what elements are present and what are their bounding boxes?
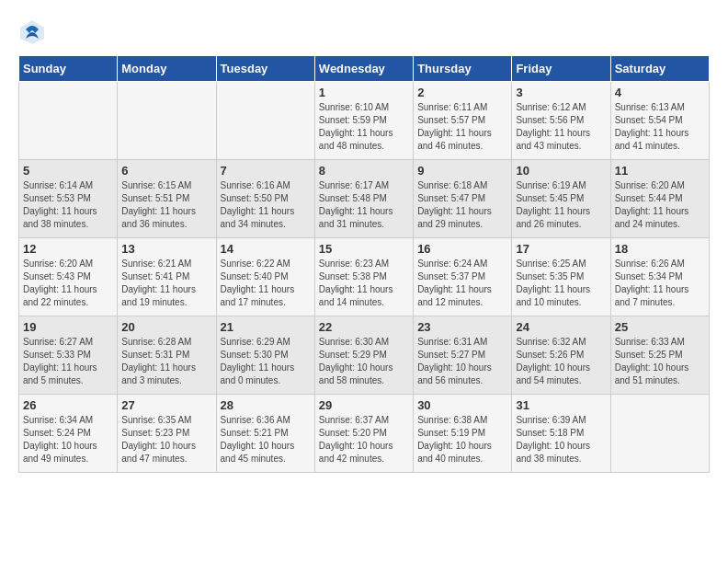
day-header-monday: Monday <box>118 56 216 82</box>
day-info: Sunrise: 6:38 AM Sunset: 5:19 PM Dayligh… <box>417 414 507 465</box>
calendar-table: SundayMondayTuesdayWednesdayThursdayFrid… <box>18 55 710 473</box>
day-info: Sunrise: 6:27 AM Sunset: 5:33 PM Dayligh… <box>23 336 113 387</box>
day-info: Sunrise: 6:36 AM Sunset: 5:21 PM Dayligh… <box>221 414 311 465</box>
day-info: Sunrise: 6:15 AM Sunset: 5:51 PM Dayligh… <box>121 179 211 231</box>
calendar-cell: 9Sunrise: 6:18 AM Sunset: 5:47 PM Daylig… <box>414 160 512 238</box>
calendar-cell: 20Sunrise: 6:28 AM Sunset: 5:31 PM Dayli… <box>118 316 216 395</box>
calendar-cell <box>610 395 709 473</box>
day-number: 17 <box>516 242 606 256</box>
calendar-cell: 7Sunrise: 6:16 AM Sunset: 5:50 PM Daylig… <box>216 160 314 238</box>
calendar-cell: 8Sunrise: 6:17 AM Sunset: 5:48 PM Daylig… <box>314 160 413 238</box>
day-number: 21 <box>221 320 311 334</box>
calendar-cell: 24Sunrise: 6:32 AM Sunset: 5:26 PM Dayli… <box>512 316 610 395</box>
day-info: Sunrise: 6:20 AM Sunset: 5:44 PM Dayligh… <box>615 179 705 231</box>
day-info: Sunrise: 6:14 AM Sunset: 5:53 PM Dayligh… <box>23 179 113 231</box>
calendar-cell: 22Sunrise: 6:30 AM Sunset: 5:29 PM Dayli… <box>314 316 413 395</box>
day-info: Sunrise: 6:25 AM Sunset: 5:35 PM Dayligh… <box>516 258 606 309</box>
calendar-cell: 14Sunrise: 6:22 AM Sunset: 5:40 PM Dayli… <box>216 238 314 316</box>
day-number: 30 <box>417 398 507 412</box>
day-info: Sunrise: 6:39 AM Sunset: 5:18 PM Dayligh… <box>516 414 606 465</box>
day-number: 5 <box>23 164 113 178</box>
day-header-saturday: Saturday <box>610 56 709 82</box>
day-info: Sunrise: 6:30 AM Sunset: 5:29 PM Dayligh… <box>319 336 409 387</box>
day-info: Sunrise: 6:33 AM Sunset: 5:25 PM Dayligh… <box>615 336 705 387</box>
day-info: Sunrise: 6:18 AM Sunset: 5:47 PM Dayligh… <box>417 179 507 231</box>
day-info: Sunrise: 6:29 AM Sunset: 5:30 PM Dayligh… <box>221 336 311 387</box>
calendar-header: SundayMondayTuesdayWednesdayThursdayFrid… <box>19 56 710 82</box>
day-number: 4 <box>615 86 705 99</box>
day-info: Sunrise: 6:21 AM Sunset: 5:41 PM Dayligh… <box>121 258 211 309</box>
day-info: Sunrise: 6:22 AM Sunset: 5:40 PM Dayligh… <box>221 258 311 309</box>
calendar-cell: 2Sunrise: 6:11 AM Sunset: 5:57 PM Daylig… <box>414 82 512 160</box>
calendar-cell: 15Sunrise: 6:23 AM Sunset: 5:38 PM Dayli… <box>314 238 413 316</box>
week-row-4: 19Sunrise: 6:27 AM Sunset: 5:33 PM Dayli… <box>19 316 710 395</box>
day-number: 23 <box>417 320 507 334</box>
day-number: 29 <box>319 398 409 412</box>
calendar-body: 1Sunrise: 6:10 AM Sunset: 5:59 PM Daylig… <box>19 82 710 473</box>
day-number: 3 <box>516 86 606 99</box>
day-info: Sunrise: 6:26 AM Sunset: 5:34 PM Dayligh… <box>615 258 705 309</box>
day-number: 27 <box>121 398 211 412</box>
day-number: 9 <box>417 164 507 178</box>
day-header-wednesday: Wednesday <box>314 56 413 82</box>
calendar-cell: 5Sunrise: 6:14 AM Sunset: 5:53 PM Daylig… <box>19 160 118 238</box>
day-info: Sunrise: 6:24 AM Sunset: 5:37 PM Dayligh… <box>417 258 507 309</box>
day-number: 13 <box>121 242 211 256</box>
day-info: Sunrise: 6:32 AM Sunset: 5:26 PM Dayligh… <box>516 336 606 387</box>
calendar-cell: 27Sunrise: 6:35 AM Sunset: 5:23 PM Dayli… <box>118 395 216 473</box>
calendar-cell: 6Sunrise: 6:15 AM Sunset: 5:51 PM Daylig… <box>118 160 216 238</box>
day-number: 6 <box>121 164 211 178</box>
calendar-cell: 26Sunrise: 6:34 AM Sunset: 5:24 PM Dayli… <box>19 395 118 473</box>
day-number: 25 <box>615 320 705 334</box>
day-number: 14 <box>221 242 311 256</box>
day-number: 31 <box>516 398 606 412</box>
day-number: 24 <box>516 320 606 334</box>
calendar-cell: 13Sunrise: 6:21 AM Sunset: 5:41 PM Dayli… <box>118 238 216 316</box>
day-header-friday: Friday <box>512 56 610 82</box>
day-info: Sunrise: 6:13 AM Sunset: 5:54 PM Dayligh… <box>615 101 705 153</box>
day-number: 22 <box>319 320 409 334</box>
day-info: Sunrise: 6:19 AM Sunset: 5:45 PM Dayligh… <box>516 179 606 231</box>
calendar-cell: 17Sunrise: 6:25 AM Sunset: 5:35 PM Dayli… <box>512 238 610 316</box>
day-number: 28 <box>221 398 311 412</box>
day-info: Sunrise: 6:31 AM Sunset: 5:27 PM Dayligh… <box>417 336 507 387</box>
day-number: 15 <box>319 242 409 256</box>
calendar-cell: 18Sunrise: 6:26 AM Sunset: 5:34 PM Dayli… <box>610 238 709 316</box>
calendar-cell <box>19 82 118 160</box>
day-number: 16 <box>417 242 507 256</box>
day-number: 10 <box>516 164 606 178</box>
day-info: Sunrise: 6:17 AM Sunset: 5:48 PM Dayligh… <box>319 179 409 231</box>
calendar-cell: 28Sunrise: 6:36 AM Sunset: 5:21 PM Dayli… <box>216 395 314 473</box>
calendar-cell: 23Sunrise: 6:31 AM Sunset: 5:27 PM Dayli… <box>414 316 512 395</box>
calendar-cell: 19Sunrise: 6:27 AM Sunset: 5:33 PM Dayli… <box>19 316 118 395</box>
day-info: Sunrise: 6:23 AM Sunset: 5:38 PM Dayligh… <box>319 258 409 309</box>
day-info: Sunrise: 6:35 AM Sunset: 5:23 PM Dayligh… <box>121 414 211 465</box>
day-info: Sunrise: 6:28 AM Sunset: 5:31 PM Dayligh… <box>121 336 211 387</box>
calendar-cell: 29Sunrise: 6:37 AM Sunset: 5:20 PM Dayli… <box>314 395 413 473</box>
calendar-cell: 12Sunrise: 6:20 AM Sunset: 5:43 PM Dayli… <box>19 238 118 316</box>
logo <box>18 18 50 46</box>
day-info: Sunrise: 6:12 AM Sunset: 5:56 PM Dayligh… <box>516 101 606 153</box>
day-info: Sunrise: 6:34 AM Sunset: 5:24 PM Dayligh… <box>23 414 113 465</box>
calendar-cell: 16Sunrise: 6:24 AM Sunset: 5:37 PM Dayli… <box>414 238 512 316</box>
calendar-cell: 25Sunrise: 6:33 AM Sunset: 5:25 PM Dayli… <box>610 316 709 395</box>
logo-icon <box>18 18 46 46</box>
day-number: 20 <box>121 320 211 334</box>
day-number: 8 <box>319 164 409 178</box>
calendar-cell: 3Sunrise: 6:12 AM Sunset: 5:56 PM Daylig… <box>512 82 610 160</box>
week-row-1: 1Sunrise: 6:10 AM Sunset: 5:59 PM Daylig… <box>19 82 710 160</box>
week-row-3: 12Sunrise: 6:20 AM Sunset: 5:43 PM Dayli… <box>19 238 710 316</box>
day-header-sunday: Sunday <box>19 56 118 82</box>
calendar-cell: 30Sunrise: 6:38 AM Sunset: 5:19 PM Dayli… <box>414 395 512 473</box>
day-number: 2 <box>417 86 507 99</box>
day-number: 12 <box>23 242 113 256</box>
calendar-cell: 11Sunrise: 6:20 AM Sunset: 5:44 PM Dayli… <box>610 160 709 238</box>
day-info: Sunrise: 6:37 AM Sunset: 5:20 PM Dayligh… <box>319 414 409 465</box>
day-info: Sunrise: 6:16 AM Sunset: 5:50 PM Dayligh… <box>221 179 311 231</box>
day-header-tuesday: Tuesday <box>216 56 314 82</box>
week-row-2: 5Sunrise: 6:14 AM Sunset: 5:53 PM Daylig… <box>19 160 710 238</box>
day-info: Sunrise: 6:11 AM Sunset: 5:57 PM Dayligh… <box>417 101 507 153</box>
day-info: Sunrise: 6:20 AM Sunset: 5:43 PM Dayligh… <box>23 258 113 309</box>
day-header-thursday: Thursday <box>414 56 512 82</box>
calendar-cell <box>216 82 314 160</box>
